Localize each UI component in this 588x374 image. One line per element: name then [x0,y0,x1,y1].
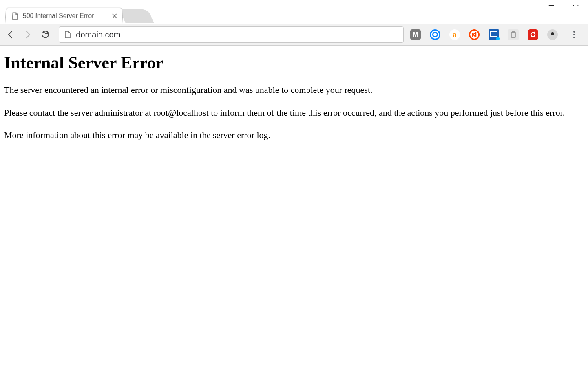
extensions-area: M a [410,27,585,42]
error-paragraph-1: The server encountered an internal error… [4,84,575,96]
extension-clipboard-icon[interactable] [508,29,519,40]
forward-button[interactable] [20,27,35,42]
extension-grammarly-icon[interactable] [528,29,538,40]
extension-screenshot-icon[interactable] [489,29,499,40]
browser-tab[interactable]: 500 Internal Server Error [5,8,123,24]
extension-honey-icon[interactable] [469,29,480,40]
error-paragraph-3: More information about this error may be… [4,129,575,141]
extension-search-icon[interactable] [430,29,440,40]
window-titlebar [0,0,588,6]
address-bar[interactable] [59,26,404,43]
page-favicon-icon [11,12,19,20]
extension-a-icon[interactable]: a [449,29,460,40]
page-content: Internal Server Error The server encount… [0,46,588,159]
error-heading: Internal Server Error [4,53,584,73]
tab-title: 500 Internal Server Error [22,12,111,20]
browser-toolbar: M a [0,24,588,46]
extension-mega-icon[interactable]: M [410,29,421,40]
svg-point-8 [573,31,575,33]
site-info-icon[interactable] [64,31,71,39]
reload-button[interactable] [38,27,52,42]
url-input[interactable] [76,30,398,40]
back-button[interactable] [3,27,18,42]
tab-strip: 500 Internal Server Error [0,6,588,24]
new-tab-button[interactable] [119,9,154,23]
svg-point-10 [573,37,575,38]
error-paragraph-2: Please contact the server administrator … [4,107,575,119]
tab-close-button[interactable] [111,12,119,20]
browser-menu-button[interactable] [567,27,581,42]
extension-eye-icon[interactable] [547,29,558,40]
svg-point-9 [573,34,575,35]
